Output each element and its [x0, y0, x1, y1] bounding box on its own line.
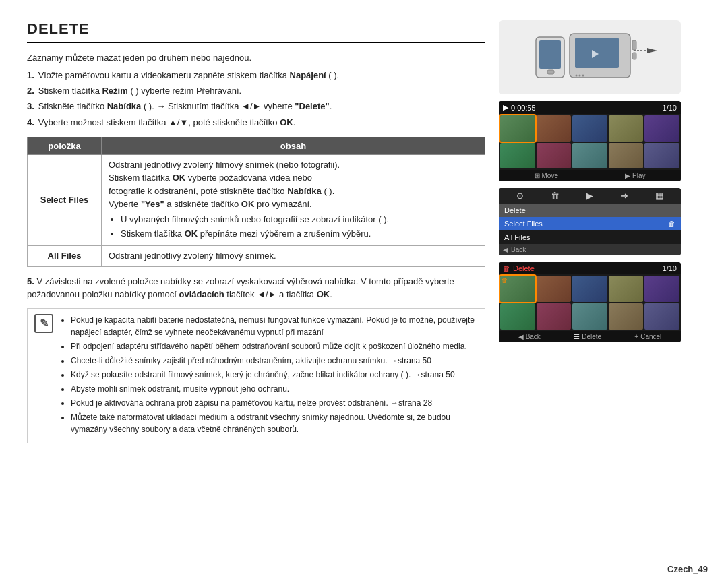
- thumb-cell-2: [537, 115, 572, 142]
- step-1-text: Vložte paměťovou kartu a videokameru zap…: [38, 69, 339, 82]
- select-line2: Stiskem tlačítka OK vyberte požadovaná v…: [109, 173, 312, 183]
- menu-icon-2: ▶: [586, 191, 593, 201]
- note-item-1: Pokud je kapacita nabití baterie nedosta…: [71, 314, 478, 338]
- svg-rect-3: [632, 53, 636, 59]
- thumb-grid: [499, 114, 681, 170]
- note-item-4: Když se pokusíte odstranit filmový sníme…: [71, 369, 478, 381]
- delete-footer: ◀ Back ☰ Delete + Cancel: [499, 331, 681, 342]
- thumb-counter: 1/10: [663, 104, 677, 112]
- note-box: ✎ Pokud je kapacita nabití baterie nedos…: [27, 308, 485, 443]
- select-line4: Vyberte "Yes" a stiskněte tlačítko OK pr…: [109, 199, 312, 209]
- note-item-3: Chcete-li důležité snímky zajistit před …: [71, 355, 478, 367]
- step-num-2: 2.: [27, 85, 34, 97]
- page-footer: Czech_49: [667, 564, 708, 574]
- step-2-text: Stiskem tlačítka Režim ( ) vyberte režim…: [38, 85, 241, 97]
- delete-table: položka obsah Select Files Odstraní jedn…: [27, 137, 485, 267]
- note-item-7: Můžete také naformátovat ukládací médium…: [71, 411, 478, 435]
- thumbnail-panel: ▶ 0:00:55 1/10 ⊞ Move: [499, 101, 681, 181]
- thumb-cell-5: [644, 115, 679, 142]
- svg-rect-2: [632, 40, 636, 50]
- menu-delete-item[interactable]: Delete: [499, 204, 681, 217]
- bullet-1: U vybraných filmových snímků nebo fotogr…: [121, 214, 478, 226]
- del-cell-10: [644, 303, 679, 330]
- move-label: Move: [542, 172, 558, 179]
- del-menu-delete: ☰ Delete: [574, 333, 601, 340]
- del-cell-6: [500, 303, 535, 330]
- thumb-cell-8: [572, 143, 607, 169]
- svg-point-4: [576, 75, 578, 77]
- intro-text: Záznamy můžete mazat jeden po druhém neb…: [27, 53, 485, 63]
- delete-counter: 1/10: [663, 264, 677, 272]
- device-panel: [499, 20, 681, 94]
- thumb-cell-9: [609, 143, 644, 169]
- delete-confirmation-panel: 🗑 Delete 1/10 🗑: [499, 262, 681, 342]
- step-2: 2. Stiskem tlačítka Režim ( ) vyberte re…: [27, 85, 485, 97]
- menu-back-bar: ◀ Back: [499, 244, 681, 255]
- del-cancel-label: Cancel: [640, 333, 661, 340]
- select-bullets: U vybraných filmových snímků nebo fotogr…: [109, 214, 478, 240]
- play-item: ▶ Play: [625, 172, 645, 179]
- play-icon: ▶: [625, 172, 630, 179]
- thumb-cell-6: [500, 143, 535, 169]
- del-menu-icon: ☰: [574, 333, 580, 340]
- page-title: DELETE: [27, 20, 485, 43]
- table-cell-select-content: Odstraní jednotlivý zvolený filmový sním…: [102, 154, 485, 245]
- menu-icon-4: ▦: [655, 191, 663, 201]
- delete-text: Delete: [513, 264, 535, 272]
- step-4: 4. Vyberte možnost stiskem tlačítka ▲/▼,…: [27, 117, 485, 129]
- del-back-label: Back: [526, 333, 541, 340]
- thumb-timer: 0:00:55: [511, 104, 536, 112]
- thumb-cell-10: [644, 143, 679, 169]
- del-back-icon: ◀: [518, 333, 524, 340]
- table-row-select: Select Files Odstraní jednotlivý zvolený…: [28, 154, 485, 245]
- del-back: ◀ Back: [518, 333, 541, 340]
- svg-rect-12: [547, 70, 554, 74]
- main-content: DELETE Záznamy můžete mazat jeden po dru…: [27, 20, 499, 572]
- back-icon: ◀: [503, 246, 508, 253]
- step-num-1: 1.: [27, 69, 34, 82]
- delete-label: 🗑: [503, 264, 510, 272]
- delete-confirm-header: 🗑 Delete 1/10: [499, 262, 681, 274]
- step-4-text: Vyberte možnost stiskem tlačítka ▲/▼, po…: [38, 117, 295, 129]
- step5-text: V závislosti na zvolené položce nabídky …: [27, 276, 454, 300]
- step-3-text: Stiskněte tlačítko Nabídka ( ). → Stiskn…: [38, 100, 332, 113]
- menu-icon-3: ➜: [621, 191, 628, 201]
- svg-point-5: [579, 75, 581, 77]
- step-5: 5. V závislosti na zvolené položce nabíd…: [27, 275, 485, 301]
- select-line1: Odstraní jednotlivý zvolený filmový sním…: [109, 160, 340, 170]
- del-cell-3: [572, 276, 607, 302]
- thumb-icon: ▶: [503, 103, 508, 112]
- note-item-6: Pokud je aktivována ochrana proti zápisu…: [71, 397, 478, 409]
- menu-icon-trash: 🗑: [551, 191, 559, 201]
- del-cell-5: [644, 276, 679, 302]
- sidebar: ▶ 0:00:55 1/10 ⊞ Move: [499, 20, 681, 572]
- thumb-cell-7: [537, 143, 572, 169]
- note-icon: ✎: [34, 314, 53, 333]
- bullet-2: Stiskem tlačítka OK přepínáte mezi výběr…: [121, 228, 478, 240]
- move-item: ⊞ Move: [535, 172, 558, 179]
- del-cancel-icon: +: [634, 333, 638, 340]
- step-1: 1. Vložte paměťovou kartu a videokameru …: [27, 69, 485, 82]
- thumb-header-left: ▶ 0:00:55: [503, 103, 536, 112]
- step-num-4: 4.: [27, 117, 34, 129]
- menu-select-files-item[interactable]: Select Files 🗑: [499, 217, 681, 230]
- note-item-5: Abyste mohli snímek odstranit, musíte vy…: [71, 383, 478, 395]
- menu-select-files-label: Select Files: [504, 220, 543, 228]
- del-cell-2: [537, 276, 572, 302]
- step5-num: 5.: [27, 276, 34, 286]
- menu-all-files-item[interactable]: All Files: [499, 230, 681, 244]
- thumb-footer: ⊞ Move ▶ Play: [499, 170, 681, 181]
- menu-panel: ⊙ 🗑 ▶ ➜ ▦ Delete Select Files 🗑 All File…: [499, 188, 681, 255]
- step-3: 3. Stiskněte tlačítko Nabídka ( ). → Sti…: [27, 100, 485, 113]
- svg-marker-9: [647, 48, 657, 53]
- del-cancel: + Cancel: [634, 333, 661, 340]
- back-label: Back: [511, 246, 526, 253]
- del-menu-delete-label: Delete: [582, 333, 601, 340]
- table-cell-all-files: All Files: [28, 246, 102, 267]
- select-line3: fotografie k odstranění, poté stiskněte …: [109, 186, 334, 196]
- table-cell-select-files: Select Files: [28, 154, 102, 245]
- svg-rect-11: [539, 40, 561, 69]
- steps-list: 1. Vložte paměťovou kartu a videokameru …: [27, 69, 485, 129]
- step-num-3: 3.: [27, 100, 34, 113]
- del-cell-1: 🗑: [500, 276, 535, 302]
